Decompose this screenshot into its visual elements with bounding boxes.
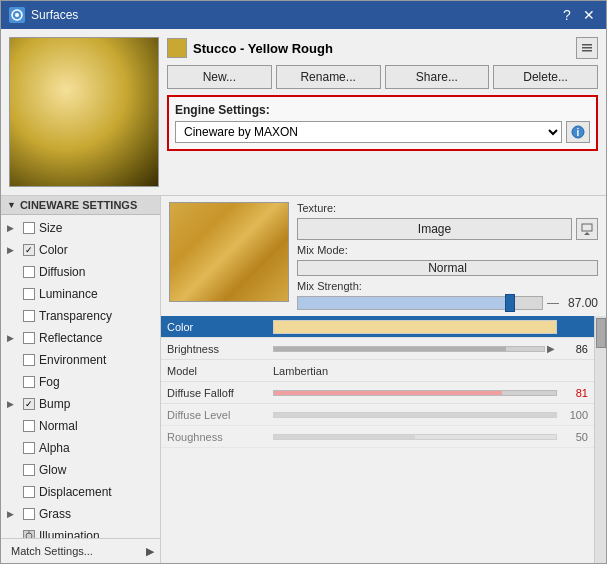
close-button[interactable]: ✕ [580,6,598,24]
mix-mode-button[interactable]: Normal [297,260,598,276]
channel-name-environment: Environment [39,353,106,367]
properties-scrollbar[interactable] [594,316,606,563]
channel-item-luminance[interactable]: Luminance [1,283,160,305]
scrollbar-thumb[interactable] [596,318,606,348]
prop-name-model: Model [161,365,271,377]
mix-mode-label: Mix Mode: [297,244,598,256]
properties-table: Color Brightness [161,316,594,563]
channel-item-reflectance[interactable]: ▶ Reflectance [1,327,160,349]
prop-row-color[interactable]: Color [161,316,594,338]
channel-item-transparency[interactable]: Transparency [1,305,160,327]
left-panel: ▼ CINEWARE SETTINGS ▶ Size ▶ ✓ Color [1,196,161,563]
delete-button[interactable]: Delete... [493,65,598,89]
material-color-swatch [167,38,187,58]
expand-grass-icon: ▶ [7,509,19,519]
prop-slider-brightness[interactable] [271,338,547,359]
prop-slider-diffuse-level[interactable] [271,404,559,425]
prop-slider-diffuse-falloff[interactable] [271,382,559,403]
channel-item-color[interactable]: ▶ ✓ Color [1,239,160,261]
material-controls: Stucco - Yellow Rough New... Rename... S… [167,37,598,187]
checkbox-glow[interactable] [23,464,35,476]
channel-name-alpha: Alpha [39,441,70,455]
channel-item-glow[interactable]: Glow [1,459,160,481]
prop-name-brightness: Brightness [161,343,271,355]
match-settings-arrow: ▶ [146,545,154,558]
channel-name-diffusion: Diffusion [39,265,85,279]
channel-name-illumination: Illumination [39,529,100,538]
texture-preview [169,202,289,302]
material-header: Stucco - Yellow Rough [167,37,598,59]
channel-item-grass[interactable]: ▶ Grass [1,503,160,525]
prop-row-model[interactable]: Model Lambertian [161,360,594,382]
checkbox-diffusion[interactable] [23,266,35,278]
mix-strength-row: — 87.00 [297,296,598,310]
section-collapse-arrow[interactable]: ▼ [7,200,16,210]
texture-options-icon[interactable] [576,218,598,240]
image-button[interactable]: Image [297,218,572,240]
checkbox-luminance[interactable] [23,288,35,300]
window-title: Surfaces [31,8,78,22]
channel-item-bump[interactable]: ▶ ✓ Bump [1,393,160,415]
checkbox-reflectance[interactable] [23,332,35,344]
window-icon [9,7,25,23]
prop-value-roughness: 50 [559,431,594,443]
channel-name-displacement: Displacement [39,485,112,499]
checkbox-fog[interactable] [23,376,35,388]
channel-name-size: Size [39,221,62,235]
expand-size-icon: ▶ [7,223,19,233]
right-panel: Texture: Image Mix Mode: Normal Mix Stre… [161,196,606,563]
prop-row-brightness[interactable]: Brightness ▶ 86 [161,338,594,360]
cineware-section-header: ▼ CINEWARE SETTINGS [1,196,160,215]
checkbox-normal[interactable] [23,420,35,432]
checkbox-illumination[interactable] [23,530,35,538]
new-button[interactable]: New... [167,65,272,89]
channel-item-alpha[interactable]: Alpha [1,437,160,459]
main-content: ▼ CINEWARE SETTINGS ▶ Size ▶ ✓ Color [1,196,606,563]
channel-item-normal[interactable]: Normal [1,415,160,437]
mix-strength-slider[interactable] [297,296,543,310]
channel-name-color: Color [39,243,68,257]
channel-name-reflectance: Reflectance [39,331,102,345]
title-bar: Surfaces ? ✕ [1,1,606,29]
match-settings-button[interactable]: Match Settings... [7,543,97,559]
checkbox-color[interactable]: ✓ [23,244,35,256]
material-toolbar: New... Rename... Share... Delete... [167,65,598,89]
checkbox-size[interactable] [23,222,35,234]
svg-point-1 [15,13,19,17]
share-button[interactable]: Share... [385,65,490,89]
checkbox-alpha[interactable] [23,442,35,454]
prop-name-diffuse-falloff: Diffuse Falloff [161,387,271,399]
checkbox-environment[interactable] [23,354,35,366]
checkbox-grass[interactable] [23,508,35,520]
prop-slider-roughness[interactable] [271,426,559,447]
channel-item-size[interactable]: ▶ Size [1,217,160,239]
checkbox-displacement[interactable] [23,486,35,498]
texture-area: Texture: Image Mix Mode: Normal Mix Stre… [161,196,606,316]
section-header-label: CINEWARE SETTINGS [20,199,137,211]
engine-select[interactable]: Cineware by MAXON [175,121,562,143]
engine-row: Cineware by MAXON i [175,121,590,143]
prop-value-brightness: 86 [559,343,594,355]
rename-button[interactable]: Rename... [276,65,381,89]
prop-row-roughness[interactable]: Roughness 50 [161,426,594,448]
channel-item-illumination[interactable]: Illumination [1,525,160,538]
channel-item-fog[interactable]: Fog [1,371,160,393]
preview-sphere [10,38,158,186]
channel-item-environment[interactable]: Environment [1,349,160,371]
channel-item-displacement[interactable]: Displacement [1,481,160,503]
material-options-icon[interactable] [576,37,598,59]
engine-icon-btn[interactable]: i [566,121,590,143]
checkbox-transparency[interactable] [23,310,35,322]
prop-row-diffuse-falloff[interactable]: Diffuse Falloff 81 [161,382,594,404]
svg-text:i: i [577,127,580,138]
prop-name-color: Color [161,321,271,333]
right-content: Color Brightness [161,316,606,563]
expand-bump-icon: ▶ [7,399,19,409]
channel-item-diffusion[interactable]: Diffusion [1,261,160,283]
expand-reflectance-icon: ▶ [7,333,19,343]
texture-controls: Texture: Image Mix Mode: Normal Mix Stre… [297,202,598,310]
help-button[interactable]: ? [558,6,576,24]
channel-name-bump: Bump [39,397,70,411]
prop-row-diffuse-level[interactable]: Diffuse Level 100 [161,404,594,426]
checkbox-bump[interactable]: ✓ [23,398,35,410]
